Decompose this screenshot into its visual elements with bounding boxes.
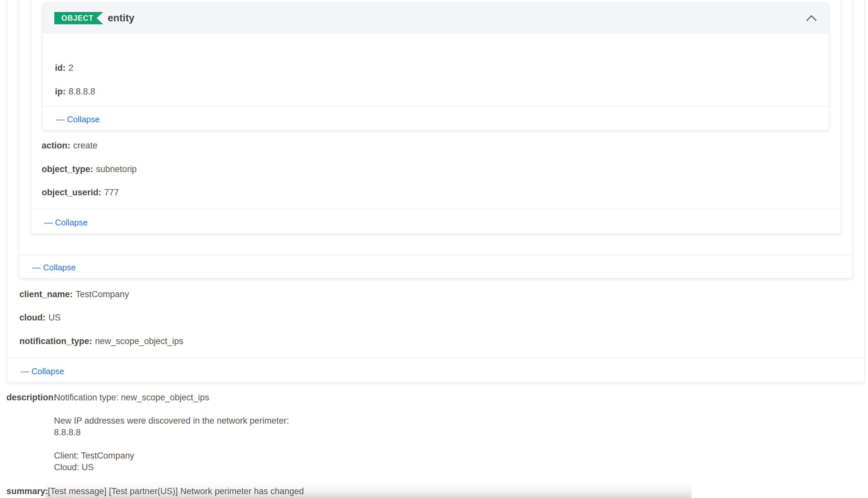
- field-object-userid: object_userid:777: [42, 187, 119, 198]
- field-value: subnetorip: [96, 164, 137, 174]
- field-cloud: cloud:US: [19, 312, 61, 323]
- entity-card: OBJECT entity id:2 ip:8.8.8.8 — Collapse: [42, 3, 829, 130]
- field-value: create: [73, 141, 98, 150]
- footer-divider: [8, 358, 864, 358]
- chevron-up-icon: [805, 14, 818, 22]
- footer-divider: [19, 255, 853, 255]
- field-id: id:2: [55, 62, 73, 74]
- footer-divider: [43, 106, 829, 106]
- collapse-entity-panel-link[interactable]: — Collapse: [56, 114, 99, 125]
- field-value: 8.8.8.8: [68, 87, 95, 96]
- field-notification-type: notification_type:new_scope_object_ips: [19, 335, 183, 347]
- field-value: TestCompany: [76, 289, 129, 299]
- field-ip: ip:8.8.8.8: [55, 86, 95, 97]
- object-type-badge: OBJECT: [54, 12, 103, 24]
- entity-title: entity: [108, 12, 134, 24]
- field-object-type: object_type:subnetorip: [42, 163, 137, 175]
- summary-label: summary:: [6, 485, 48, 497]
- field-label: id:: [55, 63, 66, 73]
- field-label: client_name:: [19, 289, 73, 299]
- entity-card-header: OBJECT entity: [43, 3, 829, 34]
- collapse-entity-button[interactable]: [804, 12, 818, 25]
- collapse-object-panel-link[interactable]: — Collapse: [44, 217, 87, 228]
- field-label: cloud:: [19, 313, 45, 323]
- notification-detail-view: client_name:TestCompany cloud:US notific…: [0, 0, 868, 498]
- field-label: notification_type:: [19, 336, 92, 346]
- field-value: 2: [68, 63, 73, 73]
- description-label: description:: [6, 392, 56, 403]
- footer-divider: [31, 209, 841, 209]
- field-label: object_type:: [42, 164, 93, 174]
- field-label: action:: [42, 141, 70, 150]
- field-label: object_userid:: [42, 187, 101, 197]
- field-action: action:create: [42, 140, 98, 151]
- next-card-shadow: [45, 481, 692, 498]
- collapse-root-panel-link[interactable]: — Collapse: [21, 365, 64, 377]
- field-label: ip:: [55, 87, 66, 96]
- field-value: new_scope_object_ips: [95, 336, 183, 346]
- field-value: 777: [104, 187, 119, 197]
- description-value: Notification type: new_scope_object_ips …: [54, 392, 289, 473]
- collapse-wrapper-panel-link[interactable]: — Collapse: [32, 262, 76, 273]
- field-value: US: [49, 313, 61, 323]
- field-client-name: client_name:TestCompany: [19, 288, 129, 300]
